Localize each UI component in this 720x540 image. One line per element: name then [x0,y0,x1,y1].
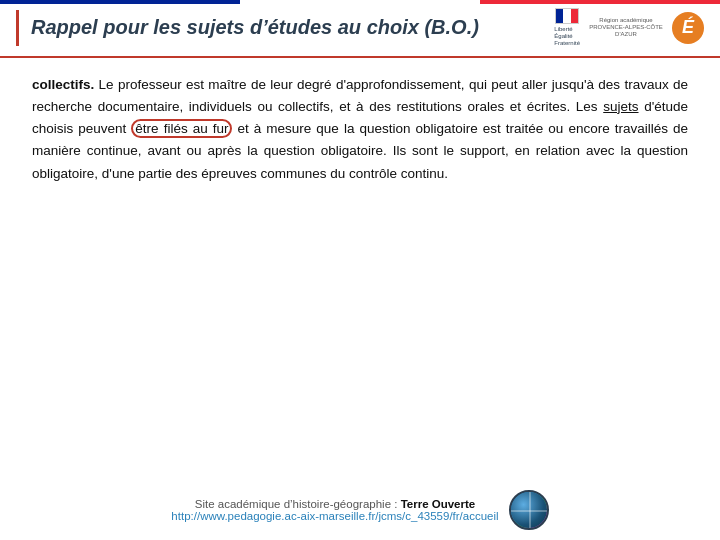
page-title: Rappel pour les sujets d’études au choix… [31,16,479,39]
region-label-line1: Région académique [599,17,652,24]
french-flag [555,8,579,24]
globe-icon [509,490,549,530]
main-paragraph: collectifs. Le professeur est maître de … [32,74,688,185]
e-logo-circle: É [672,12,704,44]
footer-text: Site académique d’histoire-géographie : … [171,498,498,522]
globe-visual [511,492,547,528]
sujets-underline: sujets [603,99,638,114]
title-area: Rappel pour les sujets d’études au choix… [16,10,554,46]
flag-red [571,9,578,23]
logo-area: LibertéÉgalitéFraternité Région académiq… [554,8,704,48]
footer-url: http://www.pedagogie.ac-aix-marseille.fr… [171,510,498,522]
flag-white [563,9,570,23]
main-content: collectifs. Le professeur est maître de … [0,58,720,193]
header: Rappel pour les sujets d’études au choix… [0,0,720,58]
footer: Site académique d’histoire-géographie : … [0,490,720,530]
e-logo-letter: É [682,17,694,38]
red-accent-line [16,10,19,46]
flag-blue [556,9,563,23]
footer-label: Site académique d’histoire-géographie : [195,498,401,510]
footer-site-name: Terre Ouverte [401,498,476,510]
highlight-etre-files: être filés au fur [131,119,232,138]
region-label-line2: PROVENCE-ALPES-CÔTE D'AZUR [586,24,666,38]
collectifs-bold: collectifs. [32,77,94,92]
republic-label: LibertéÉgalitéFraternité [554,26,580,48]
republic-logo: LibertéÉgalitéFraternité [554,8,580,48]
